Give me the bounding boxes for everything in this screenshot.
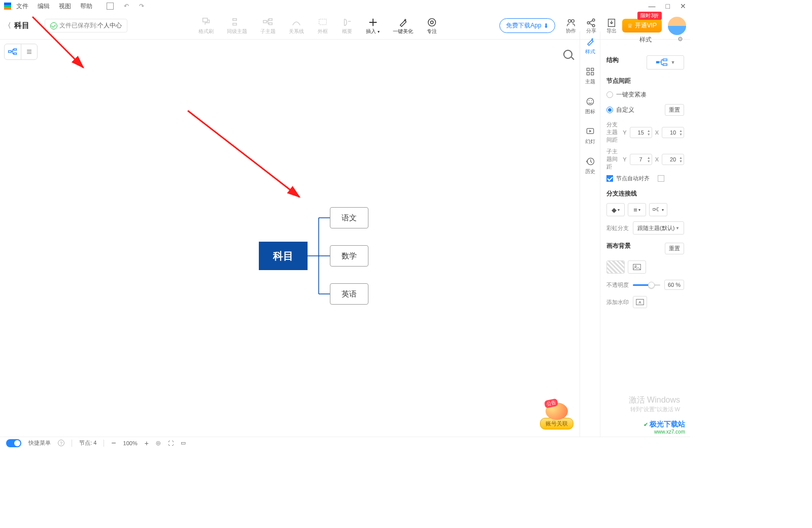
- svg-rect-15: [9, 51, 11, 53]
- fullscreen-icon[interactable]: ⛶: [168, 440, 174, 446]
- tab-theme[interactable]: 主题: [585, 67, 595, 85]
- zoom-in-button[interactable]: +: [145, 439, 149, 447]
- summary-button[interactable]: 概要: [342, 17, 353, 35]
- spacing-reset-button[interactable]: 重置: [665, 104, 684, 116]
- rainbow-branch-select[interactable]: 跟随主题(默认)▼: [633, 221, 684, 235]
- checkbox-free-drag[interactable]: [658, 175, 667, 182]
- checkbox-auto-align[interactable]: 节点自动对齐: [606, 175, 650, 182]
- branch-y-input[interactable]: 15▲▼: [630, 127, 652, 138]
- node-spacing-title: 节点间距: [606, 77, 684, 85]
- node-count: 节点: 4: [79, 439, 96, 447]
- peer-topic-button[interactable]: 同级主题: [227, 17, 247, 35]
- mindmap-child-node[interactable]: 语文: [330, 207, 368, 228]
- svg-rect-17: [14, 53, 16, 54]
- mindmap-child-node[interactable]: 数学: [330, 245, 368, 267]
- back-button[interactable]: 〈: [4, 21, 11, 30]
- svg-text:A: A: [639, 300, 641, 305]
- connector-color-button[interactable]: ◆▾: [606, 203, 625, 216]
- svg-point-25: [588, 101, 589, 102]
- panel-title: 样式 ⚙: [606, 31, 684, 48]
- locate-icon[interactable]: ◎: [156, 440, 161, 446]
- svg-rect-4: [269, 18, 272, 20]
- mindmap-child-node[interactable]: 英语: [330, 283, 368, 305]
- quick-menu-toggle[interactable]: [6, 439, 21, 447]
- save-slot-icon[interactable]: [107, 3, 114, 10]
- svg-rect-2: [233, 23, 236, 25]
- annotation-arrow: [183, 106, 315, 207]
- format-painter-button[interactable]: 格式刷: [198, 17, 214, 35]
- opacity-slider[interactable]: [633, 284, 660, 286]
- annotation-arrow: [27, 12, 312, 215]
- account-link-promo[interactable]: 公告 账号关联: [540, 403, 573, 430]
- tab-style[interactable]: 样式: [585, 37, 595, 55]
- app-logo-icon: [4, 3, 11, 10]
- menu-edit[interactable]: 编辑: [38, 2, 50, 11]
- svg-point-8: [430, 21, 433, 24]
- zoom-level: 100%: [123, 440, 138, 446]
- mindmap-view-button[interactable]: [5, 44, 21, 59]
- redo-icon[interactable]: ↷: [139, 3, 144, 10]
- svg-rect-21: [591, 68, 593, 71]
- bg-pattern-button[interactable]: [606, 260, 625, 274]
- svg-point-34: [635, 266, 636, 267]
- menu-view[interactable]: 视图: [59, 2, 71, 11]
- zoom-out-button[interactable]: −: [111, 439, 116, 448]
- outer-border-button[interactable]: 外框: [317, 17, 328, 35]
- tab-icon[interactable]: 图标: [585, 96, 595, 115]
- download-app-button[interactable]: 免费下载App⬇: [499, 18, 555, 33]
- vip-button[interactable]: 限时3折 ♕开通VIP: [622, 19, 662, 32]
- tab-slide[interactable]: 幻灯: [585, 126, 595, 145]
- auto-beautify-button[interactable]: 一键美化: [393, 17, 413, 35]
- outline-view-button[interactable]: ≡: [21, 44, 37, 59]
- collab-button[interactable]: 协作: [565, 17, 577, 35]
- svg-point-12: [592, 19, 595, 21]
- undo-icon[interactable]: ↶: [124, 3, 129, 10]
- menu-file[interactable]: 文件: [16, 2, 28, 11]
- sub-x-input[interactable]: 20▲▼: [662, 154, 684, 165]
- document-title: 科目: [14, 21, 29, 30]
- relation-line-button[interactable]: 关系线: [289, 17, 304, 35]
- window-minimize-icon[interactable]: —: [649, 2, 656, 10]
- add-watermark-button[interactable]: A: [633, 296, 647, 308]
- child-topic-button[interactable]: 子主题: [260, 17, 276, 35]
- save-status[interactable]: 文件已保存到: 个人中心: [45, 19, 127, 32]
- svg-point-26: [591, 101, 592, 102]
- insert-button[interactable]: 插入 ▾: [366, 17, 380, 35]
- svg-rect-3: [263, 20, 266, 23]
- search-icon[interactable]: [563, 50, 573, 60]
- svg-rect-32: [653, 209, 655, 211]
- view-mode-toggle: ≡: [4, 44, 38, 60]
- window-maximize-icon[interactable]: □: [666, 2, 670, 10]
- connector-style-button[interactable]: ▾: [649, 203, 667, 216]
- gear-icon[interactable]: ⚙: [678, 36, 683, 43]
- download-icon: ⬇: [544, 22, 549, 29]
- radio-custom[interactable]: 自定义: [606, 106, 634, 114]
- sub-y-input[interactable]: 7▲▼: [630, 154, 652, 165]
- canvas-reset-button[interactable]: 重置: [665, 243, 684, 254]
- structure-select[interactable]: ▼: [647, 55, 684, 70]
- tab-history[interactable]: 历史: [585, 156, 595, 175]
- connector-width-button[interactable]: ≡▾: [628, 203, 646, 216]
- vip-discount-badge: 限时3折: [637, 12, 662, 20]
- svg-rect-0: [203, 18, 208, 21]
- check-circle-icon: [50, 22, 57, 29]
- mindmap-root-node[interactable]: 科目: [259, 242, 308, 270]
- help-icon[interactable]: ?: [58, 440, 64, 446]
- svg-rect-16: [14, 49, 16, 50]
- focus-button[interactable]: 专注: [426, 17, 437, 35]
- svg-rect-29: [656, 61, 659, 63]
- bg-image-button[interactable]: [628, 260, 646, 274]
- svg-rect-23: [591, 73, 593, 75]
- window-close-icon[interactable]: ✕: [680, 2, 686, 10]
- present-icon[interactable]: ▭: [181, 440, 186, 446]
- branch-x-input[interactable]: 10▲▼: [662, 127, 684, 138]
- svg-rect-31: [663, 64, 667, 65]
- top-menu-bar: 文件 编辑 视图 帮助 ↶ ↷ — □ ✕: [0, 0, 690, 12]
- svg-point-13: [592, 24, 595, 27]
- svg-point-10: [571, 19, 574, 22]
- opacity-value[interactable]: 60 %: [664, 280, 684, 290]
- canvas[interactable]: ≡ 科目 语文 数学 英语: [0, 40, 580, 437]
- radio-compact[interactable]: 一键变紧凑: [606, 90, 684, 99]
- menu-help[interactable]: 帮助: [80, 2, 92, 11]
- svg-rect-1: [233, 18, 236, 20]
